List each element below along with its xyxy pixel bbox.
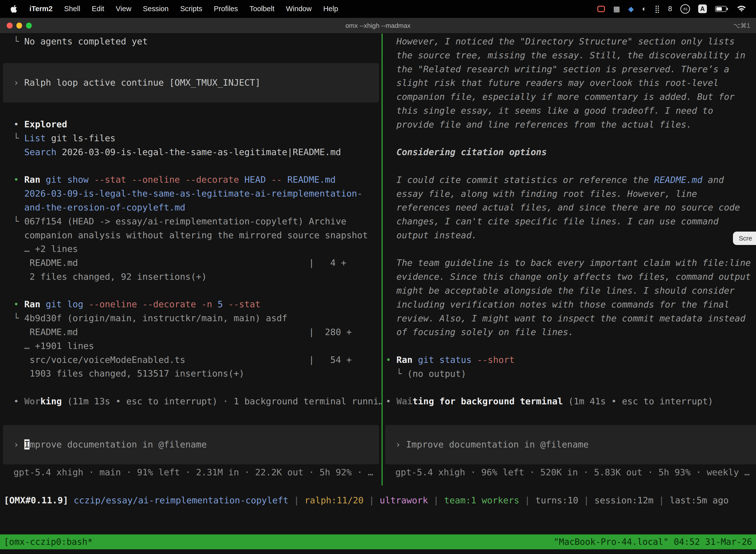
terminal-line: companion analysis without altering the … bbox=[13, 228, 381, 242]
menu-item-scripts[interactable]: Scripts bbox=[174, 5, 208, 13]
menu-item-profiles[interactable]: Profiles bbox=[208, 5, 244, 13]
text-segment: | bbox=[519, 495, 536, 505]
ralph-inject-line: › Ralph loop active continue [OMX_TMUX_I… bbox=[13, 76, 260, 90]
text-segment: • bbox=[386, 396, 396, 406]
terminal-pane-left[interactable]: └ No agents completed yet › Ralph loop a… bbox=[0, 34, 381, 486]
wifi-icon[interactable] bbox=[737, 5, 746, 12]
menu-item-iterm2[interactable]: iTerm2 bbox=[23, 5, 58, 13]
terminal-line bbox=[13, 159, 381, 173]
battery-icon[interactable] bbox=[715, 6, 727, 12]
minimize-button[interactable] bbox=[16, 22, 22, 28]
terminal-line: might be acceptable alongside the file l… bbox=[386, 284, 756, 297]
terminal-line: The team guideline is to back every impo… bbox=[386, 256, 756, 270]
text-segment: session:12m bbox=[594, 495, 653, 505]
text-segment: … +2 lines bbox=[13, 244, 78, 254]
menu-item-help[interactable]: Help bbox=[317, 5, 344, 13]
omx-status-line: [OMX#0.11.9] cczip/essay/ai-reimplementa… bbox=[4, 493, 756, 507]
text-segment: README.md | 4 + bbox=[13, 258, 346, 268]
text-segment: turns:10 bbox=[536, 495, 578, 505]
raycast-icon[interactable]: ◆ bbox=[628, 5, 634, 13]
text-segment: | bbox=[653, 495, 670, 505]
terminal-line: … +2 lines bbox=[13, 242, 381, 256]
apple-menu[interactable] bbox=[5, 4, 23, 13]
terminal-line: • Waiting for background terminal (1m 41… bbox=[386, 394, 756, 408]
text-segment: evidence. Since this change only affects… bbox=[386, 272, 751, 282]
terminal-line: I could cite commit statistics or refere… bbox=[386, 173, 756, 187]
gauge-icon[interactable]: .61 bbox=[680, 4, 690, 14]
text-segment: └ (no output) bbox=[386, 369, 466, 379]
text-segment: src/voice/voiceModeEnabled.ts | 54 + bbox=[13, 355, 352, 365]
text-segment: review. Also, I might want to inspect th… bbox=[386, 313, 745, 323]
app-badge-icon[interactable]: ◐ bbox=[642, 5, 647, 13]
menu-item-session[interactable]: Session bbox=[137, 5, 174, 13]
menu-item-edit[interactable]: Edit bbox=[86, 5, 110, 13]
text-segment: However, I noticed the "Directory Struct… bbox=[386, 36, 735, 46]
window-title: omx --xhigh --madmax bbox=[0, 22, 756, 30]
terminal-line: … +1901 lines bbox=[13, 339, 381, 353]
text-segment: last:5m ago bbox=[670, 495, 729, 505]
text-segment: companion file, especially if more comme… bbox=[386, 92, 735, 102]
text-segment: └ bbox=[13, 36, 24, 46]
text-segment: king bbox=[41, 396, 62, 406]
text-segment: • bbox=[13, 299, 24, 309]
tmux-session-label: [omx-cczip0:bash* bbox=[4, 537, 93, 547]
terminal-pane-right[interactable]: However, I noticed the "Directory Struct… bbox=[383, 34, 756, 486]
screen-recording-indicator[interactable] bbox=[597, 6, 605, 12]
text-segment bbox=[413, 355, 418, 365]
terminal-output-left: • Explored└ List git ls-files Search 202… bbox=[0, 117, 381, 408]
text-segment: 2026-03-09-is-legal-the-same-as-legitima… bbox=[57, 147, 341, 157]
menu-items: iTerm2ShellEditViewSessionScriptsProfile… bbox=[23, 5, 344, 13]
terminal-line: • Ran git show --stat --oneline --decora… bbox=[13, 173, 381, 187]
tmux-status-bar: [omx-cczip0:bash* "MacBook-Pro-44.local"… bbox=[0, 535, 756, 549]
text-segment: changes, I can't cite specific file line… bbox=[386, 216, 718, 226]
text-segment: --stat --oneline --decorate bbox=[88, 174, 239, 185]
terminal-line: └ 067f154 (HEAD -> essay/ai-reimplementa… bbox=[13, 214, 381, 228]
text-segment: Ran bbox=[24, 299, 41, 309]
menu-item-view[interactable]: View bbox=[110, 5, 137, 13]
text-segment: • bbox=[13, 174, 24, 185]
text-segment: • bbox=[386, 355, 396, 365]
text-segment bbox=[41, 299, 46, 309]
dots-grid-icon[interactable]: ⣿ bbox=[654, 5, 660, 13]
grid-icon[interactable]: ▦ bbox=[613, 5, 620, 13]
text-segment: └ 067f154 (HEAD -> essay/ai-reimplementa… bbox=[13, 216, 346, 226]
prompt-input-left[interactable]: › Improve documentation in @filename bbox=[3, 425, 379, 464]
text-segment: the source tree, missing the essay. Stil… bbox=[386, 50, 745, 60]
text-segment: I could cite commit statistics or refere… bbox=[386, 175, 654, 185]
text-segment: cczip/essay/ai-reimplementation-copyleft bbox=[74, 495, 289, 505]
terminal-line bbox=[386, 242, 756, 256]
stats-icon[interactable]: 8 bbox=[668, 5, 672, 13]
terminal-line: └ (no output) bbox=[386, 367, 756, 381]
window-title-bar[interactable]: omx --xhigh --madmax ⌥⌘1 bbox=[0, 18, 756, 34]
text-segment: provide file and line references from th… bbox=[386, 119, 692, 129]
text-segment: 2 files changed, 92 insertions(+) bbox=[13, 272, 207, 282]
prompt-input-right[interactable]: › Improve documentation in @filename bbox=[385, 425, 756, 464]
terminal-line: including verification notes with those … bbox=[386, 297, 756, 312]
text-segment: might be acceptable alongside the file l… bbox=[386, 285, 735, 296]
screen-overlay-tab[interactable]: Scre bbox=[733, 232, 756, 245]
text-segment: [OMX#0.11.9] bbox=[4, 495, 74, 505]
traffic-lights bbox=[0, 22, 32, 28]
text-segment: 2026-03-09-is-legal-the-same-as-legitima… bbox=[13, 188, 362, 199]
close-button[interactable] bbox=[7, 22, 12, 28]
text-segment: git ls-files bbox=[46, 133, 115, 143]
terminal-line: and-the-erosion-of-copyleft.md bbox=[13, 201, 381, 214]
text-segment: List bbox=[24, 133, 46, 143]
zoom-button[interactable] bbox=[26, 22, 32, 28]
input-source-icon[interactable]: A bbox=[698, 4, 707, 13]
text-segment: • bbox=[13, 119, 24, 129]
text-segment: Search bbox=[24, 147, 57, 157]
agents-status-line: └ No agents completed yet bbox=[0, 35, 381, 48]
text-segment: git show bbox=[46, 174, 88, 185]
terminal-line: 2026-03-09-is-legal-the-same-as-legitima… bbox=[13, 187, 381, 201]
prompt-input-left-text: › Improve documentation in @filename bbox=[13, 438, 207, 451]
menu-item-window[interactable]: Window bbox=[280, 5, 317, 13]
text-segment: HEAD bbox=[239, 174, 266, 185]
terminal-line: • Ran git log --oneline --decorate -n 5 … bbox=[13, 297, 381, 311]
terminal-line: └ List git ls-files bbox=[13, 131, 381, 145]
text-segment: • bbox=[13, 396, 24, 406]
menu-item-shell[interactable]: Shell bbox=[58, 5, 86, 13]
prompt-input-right-text: › Improve documentation in @filename bbox=[395, 438, 588, 451]
terminal-line: slight risk that future readers may over… bbox=[386, 76, 756, 90]
menu-item-toolbelt[interactable]: Toolbelt bbox=[244, 5, 280, 13]
